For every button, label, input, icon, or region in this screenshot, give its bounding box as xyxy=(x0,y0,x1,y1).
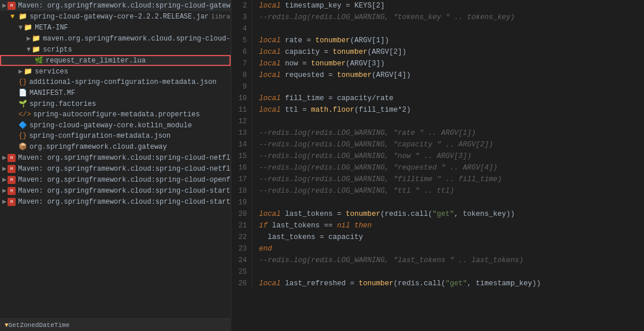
code-token: local xyxy=(259,2,281,10)
line-content: --redis.log(redis.LOG_WARNING, "tokens_k… xyxy=(252,12,515,23)
code-token: tonumber xyxy=(359,279,394,288)
lua-file-icon: 🌿 xyxy=(35,56,43,65)
line-number: 24 xyxy=(231,255,252,266)
code-token: last_tokens = capacity xyxy=(259,233,363,241)
code-token: .. ARGV[2]) xyxy=(441,141,493,149)
code-token: --redis.log(redis.LOG_WARNING, xyxy=(259,152,394,160)
code-line-25: 25 xyxy=(231,266,644,278)
maven-expand-icon: ▶ xyxy=(2,1,6,10)
code-line-17: 17--redis.log(redis.LOG_WARNING, "fillti… xyxy=(231,174,644,185)
tree-item-label: Maven: org.springframework.cloud:spring-… xyxy=(18,165,231,173)
tree-item-MANIFEST[interactable]: 📄MANIFEST.MF xyxy=(0,87,231,98)
tree-item-label: spring-configuration-metadata.json xyxy=(29,132,171,140)
folder-icon: ▼ 📁 xyxy=(10,12,27,21)
code-token: local xyxy=(259,94,281,102)
folder-toggle-icon: ▼ xyxy=(27,46,31,54)
line-number: 8 xyxy=(231,69,252,81)
code-line-9: 9 xyxy=(231,81,644,93)
line-number: 6 xyxy=(231,46,252,58)
code-token: (ARGV[3]) xyxy=(346,60,385,68)
code-token: "now " xyxy=(394,152,420,160)
line-content: local now = tonumber(ARGV[3]) xyxy=(252,58,385,69)
code-token: .. ARGV[3]) xyxy=(420,152,472,160)
tree-item-services[interactable]: ▶📁services xyxy=(0,66,231,77)
folder-icon: 📁 xyxy=(32,34,40,43)
code-token: --redis.log(redis.LOG_WARNING, xyxy=(259,129,394,137)
code-token: local xyxy=(259,279,281,288)
code-token: "get" xyxy=(432,210,454,218)
code-token: timestamp_key = KEYS[2] xyxy=(281,2,385,10)
folder-icon: 📁 xyxy=(24,23,32,32)
tree-item-org-springframework-cloud-gateway[interactable]: 📦org.springframework.cloud.gateway xyxy=(0,141,231,152)
maven-icon: M xyxy=(8,176,16,184)
line-content xyxy=(252,266,259,278)
code-token: local xyxy=(259,36,281,45)
line-content xyxy=(252,81,259,93)
bottom-method-label: GetZonedDateTime xyxy=(9,322,70,329)
json-file-icon: {} xyxy=(18,78,27,86)
code-line-18: 18--redis.log(redis.LOG_WARNING, "ttl " … xyxy=(231,185,644,197)
tree-item-maven-spring-cloud-gateway-core[interactable]: ▶MMaven: org.springframework.cloud:sprin… xyxy=(0,0,231,11)
code-token: local xyxy=(259,71,281,79)
maven-icon: M xyxy=(8,165,16,173)
code-token: local xyxy=(259,106,281,114)
tree-item-label: spring.factories xyxy=(29,100,96,108)
code-token: .. last_tokens) xyxy=(454,256,524,264)
code-token: "get" xyxy=(446,279,468,288)
tree-item-spring-autoconfigure[interactable]: </>spring-autoconfigure-metadata.propert… xyxy=(0,109,231,120)
kotlin-file-icon: 🔷 xyxy=(18,121,27,130)
code-token xyxy=(350,222,355,230)
code-line-11: 11local ttl = math.floor(fill_time*2) xyxy=(231,104,644,116)
line-number: 18 xyxy=(231,185,252,197)
code-token: (fill_time*2) xyxy=(354,106,411,114)
tree-item-spring-configuration[interactable]: {}spring-configuration-metadata.json xyxy=(0,131,231,141)
line-number: 20 xyxy=(231,208,252,220)
tree-item-label: request_rate_limiter.lua xyxy=(46,57,146,65)
tree-item-maven-org[interactable]: ▶📁maven.org.springframework.cloud.spring… xyxy=(0,33,231,44)
code-line-5: 5local rate = tonumber(ARGV[1]) xyxy=(231,35,644,46)
maven-expand-icon: ▶ xyxy=(2,164,6,173)
code-token: last_tokens == xyxy=(268,222,337,230)
tree-item-request_rate_limiter[interactable]: 🌿request_rate_limiter.lua xyxy=(0,55,231,66)
tree-item-spring-factories[interactable]: 🌱spring.factories xyxy=(0,98,231,109)
line-number: 16 xyxy=(231,162,252,174)
factories-file-icon: 🌱 xyxy=(18,100,27,108)
tree-item-maven-spring-cloud-netflix-archaius[interactable]: ▶MMaven: org.springframework.cloud:sprin… xyxy=(0,152,231,163)
code-token: "rate " xyxy=(394,129,424,137)
line-content: --redis.log(redis.LOG_WARNING, "rate " .… xyxy=(252,127,476,139)
code-token: --redis.log(redis.LOG_WARNING, xyxy=(259,175,394,183)
line-number: 23 xyxy=(231,243,252,255)
code-token: .. fill_time) xyxy=(441,175,502,183)
tree-item-maven-spring-cloud-starter-gateway[interactable]: ▶MMaven: org.springframework.cloud:sprin… xyxy=(0,196,231,207)
tree-item-label: scripts xyxy=(43,46,72,54)
tree-item-label: spring-cloud-gateway-core-2.2.2.RELEASE.… xyxy=(29,13,209,21)
code-token: tonumber xyxy=(316,36,350,45)
tree-item-sublabel: library root xyxy=(211,13,231,20)
line-content: local last_refreshed = tonumber(redis.ca… xyxy=(252,278,541,289)
code-line-19: 19 xyxy=(231,197,644,208)
code-editor-panel: 2local timestamp_key = KEYS[2]3--redis.l… xyxy=(231,0,644,331)
tree-item-maven-spring-cloud-starter[interactable]: ▶MMaven: org.springframework.cloud:sprin… xyxy=(0,185,231,196)
code-token: (redis.call( xyxy=(394,279,446,288)
code-token: .. ARGV[1]) xyxy=(424,129,476,137)
code-token: "capacity " xyxy=(394,141,442,149)
tree-item-META-INF[interactable]: ▼📁META-INF xyxy=(0,22,231,33)
line-number: 25 xyxy=(231,266,252,278)
tree-item-additional-spring[interactable]: {}additional-spring-configuration-metada… xyxy=(0,77,231,87)
tree-item-maven-spring-cloud-openfeign[interactable]: ▶MMaven: org.springframework.cloud:sprin… xyxy=(0,174,231,185)
tree-item-scripts[interactable]: ▼📁scripts xyxy=(0,44,231,55)
line-number: 9 xyxy=(231,81,252,93)
code-token: then xyxy=(354,222,372,230)
code-line-16: 16--redis.log(redis.LOG_WARNING, "reques… xyxy=(231,162,644,174)
line-number: 14 xyxy=(231,139,252,150)
code-line-22: 22 last_tokens = capacity xyxy=(231,231,644,243)
tree-item-maven-spring-cloud-netflix-ribbon[interactable]: ▶MMaven: org.springframework.cloud:sprin… xyxy=(0,163,231,174)
tree-item-label: Maven: org.springframework.cloud:spring-… xyxy=(18,176,231,184)
file-tree-panel: ▶MMaven: org.springframework.cloud:sprin… xyxy=(0,0,231,331)
tree-item-spring-cloud-gateway-core-jar[interactable]: ▼ 📁spring-cloud-gateway-core-2.2.2.RELEA… xyxy=(0,11,231,22)
tree-item-spring-cloud-gateway-kotlin[interactable]: 🔷spring-cloud-gateway-core.kotlin_module xyxy=(0,120,231,131)
code-token: if xyxy=(259,222,268,230)
code-line-3: 3--redis.log(redis.LOG_WARNING, "tokens_… xyxy=(231,12,644,23)
folder-toggle-icon: ▶ xyxy=(18,67,23,76)
code-line-4: 4 xyxy=(231,23,644,35)
